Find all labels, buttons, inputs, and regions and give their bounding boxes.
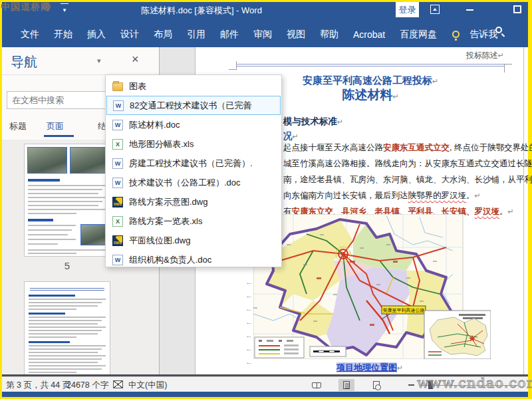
thumbnail-text-line [29,336,76,338]
header-double-rule [237,64,504,66]
word-window: ▾ 陈述材料.doc [兼容模式] - Word 登录 中国道桥网 文件 开始 … [0,0,532,399]
thumbnail-text-line [29,309,76,310]
file-item[interactable]: W 82交通工程技术建议书（已完善 [106,96,281,115]
heading-partial-1: 模与技术标准↵ [283,116,343,128]
line-mark: ← [245,344,253,352]
quick-access-customize-icon[interactable]: ▾ [61,3,68,14]
thumbnail-photo [27,147,67,174]
maximize-icon[interactable] [513,5,521,13]
read-mode-icon[interactable] [309,379,325,391]
body-line-1: 起点接十堰至天水高速公路安康东互通式立交, 终点位于陕鄂交界处的罗汉 [283,142,507,154]
word-file-icon: W [112,178,123,188]
window-bottom-strip [2,392,528,397]
ribbon-tab-view[interactable]: 视图 [279,26,313,43]
ribbon-tab-file[interactable]: 文件 [13,26,47,43]
thumbnail-text-line [29,299,106,300]
scrollbar-gutter[interactable] [523,47,528,374]
nav-tab-pages[interactable]: 页面 [47,120,64,132]
body-line-4: 向东偏南方向过长安镇，最后到达陕鄂界的罗汉垭。↵ [283,190,507,201]
thumbnail-text-line [28,197,106,198]
page-thumbnail-6[interactable] [24,281,110,375]
word-file-icon: W [113,100,124,111]
body-line-2: 城至竹溪高速公路相接。路线走向为：从安康东互通式立交通过长隧道至黄 [283,158,507,170]
thumbnail-text-line [29,323,98,325]
page-header-text: 投标陈述↵ [237,50,504,61]
file-item-folder[interactable]: 图表 [106,76,281,96]
line-mark: ← [245,318,253,326]
file-item[interactable]: W 组织机构&负责人.doc [106,250,281,269]
thumbnail-photo [80,224,107,245]
sign-in-button[interactable]: 登录 [396,2,419,17]
file-item[interactable]: W 房建工程技术建议书（已完善）. [106,154,281,173]
thumbnail-text-line [29,358,102,360]
web-layout-icon[interactable] [368,379,384,391]
excel-file-icon: X [112,216,123,227]
nav-tab-active-underline [44,135,74,137]
print-layout-icon[interactable] [338,379,354,391]
china-inset-map [424,311,491,359]
ribbon-tab-insert[interactable]: 插入 [80,26,113,43]
navigation-options-icon[interactable]: ▾ [97,57,101,65]
ribbon-tab-mailings[interactable]: 邮件 [213,26,246,43]
word-file-icon: W [112,120,123,130]
thumbnail-heading-line [29,313,65,315]
zoom-out-icon[interactable] [408,384,414,386]
word-file-icon: W [112,158,123,169]
page-indicator[interactable]: 第 3 页，共 44 页 [6,380,70,391]
thumbnail-text-line [28,205,98,206]
ribbon-tab-baidu-netdisk[interactable]: 百度网盘 [392,26,444,43]
minimize-icon[interactable] [466,9,473,11]
excel-file-icon: X [112,139,123,150]
word-file-icon: W [112,255,123,265]
navigation-close-icon[interactable]: × [132,53,139,66]
file-item[interactable]: X 路线方案一览表.xls [106,211,281,231]
file-item[interactable]: X 地形图分幅表.xls [106,134,281,154]
thumbnail-text-line [29,330,102,331]
map-caption: 项目地理位置图↵ [283,362,456,374]
file-item[interactable]: W 陈述材料.doc [106,115,281,134]
thumbnail-text-line [29,327,106,328]
ribbon-tab-references[interactable]: 引用 [180,26,213,43]
page-thumbnail-5[interactable] [24,144,110,257]
line-mark: ← [245,278,253,286]
ribbon-tab-help[interactable]: 帮助 [313,26,346,43]
proofing-errors-icon[interactable] [113,380,123,388]
ribbon-tab-home[interactable]: 开始 [47,26,80,43]
ribbon-tab-layout[interactable]: 布局 [146,26,180,43]
tell-me-bulb-icon [452,31,460,38]
thumbnail-text-line [28,239,76,240]
thumbnail-text-line [28,189,102,190]
margin-corner-mark-right [504,64,512,72]
thumbnail-heading-line [28,219,53,221]
ribbon-tab-review[interactable]: 审阅 [246,26,279,43]
line-mark: ← [245,358,253,366]
file-item[interactable]: W 技术建议书（公路工程）.doc [106,173,281,192]
thumbnail-text-line [29,348,102,350]
thumbnail-heading-line [28,179,60,182]
thumbnail-text-line [28,225,76,226]
word-count[interactable]: 24678 个字 [66,380,108,391]
thumbnail-text-line [29,317,106,318]
ribbon-tab-acrobat[interactable]: Acrobat [346,27,392,43]
thumbnail-text-line [28,209,106,210]
thumbnail-page-number: 5 [24,260,110,271]
thumbnail-text-line [28,213,76,214]
thumbnail-text-line [28,201,102,202]
file-item[interactable]: DWG 路线方案示意图.dwg [106,192,281,211]
thumbnail-rule [30,288,104,291]
ribbon-tab-row: 文件 开始 插入 设计 布局 引用 邮件 审阅 视图 帮助 Acrobat 百度… [2,17,528,47]
file-item[interactable]: DWG 平面线位图.dwg [106,231,281,250]
nav-tab-headings[interactable]: 标题 [9,120,27,132]
thumbnail-text-line [28,229,72,231]
thumbnail-text-line [29,368,102,370]
line-mark: ← [245,291,253,299]
thumbnail-text-line [29,320,102,321]
thumbnail-text-line [29,372,76,373]
thumbnail-text-line [28,243,58,245]
ribbon-tab-design[interactable]: 设计 [113,26,146,43]
language-indicator[interactable]: 中文(中国) [128,380,167,391]
ribbon-display-options-icon[interactable] [430,5,440,14]
thumbnail-text-line [28,253,76,254]
thumbnail-text-line [29,362,98,363]
ribbon-search-icon[interactable] [495,27,502,33]
